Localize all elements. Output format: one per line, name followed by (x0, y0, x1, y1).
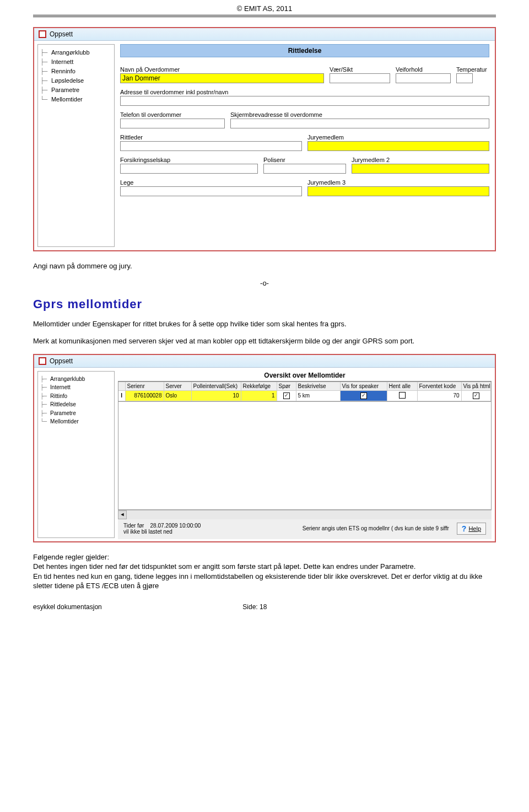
cell-rekke[interactable]: 1 (241, 390, 277, 401)
tree-item[interactable]: Mellomtider (40, 95, 112, 104)
help-button[interactable]: ? Help (457, 523, 486, 535)
checkbox-icon[interactable] (399, 392, 406, 399)
cell-vis-speaker[interactable] (340, 390, 387, 401)
status-tider-for-date: 28.07.2009 10:00:00 (150, 523, 201, 529)
input-jury1[interactable] (307, 141, 489, 151)
col-rekke[interactable]: Rekkefølge (241, 382, 277, 391)
input-lege[interactable] (120, 186, 302, 196)
label-temp: Temperatur (456, 66, 489, 73)
tree-item[interactable]: Internett (40, 383, 112, 392)
col-serienr[interactable]: Serienr (125, 382, 164, 391)
label-skjerm: Skjermbrevadresse til overdomme (230, 111, 489, 118)
input-temp[interactable] (456, 73, 473, 83)
cell-serienr[interactable]: 876100028 (125, 390, 164, 401)
input-jury2[interactable] (352, 164, 489, 174)
cell-spor[interactable] (277, 390, 296, 401)
input-adresse[interactable] (120, 96, 489, 106)
paragraph-2: Mellomtider under Egenskaper for rittet … (33, 319, 496, 329)
grid-data-row[interactable]: I 876100028 Oslo 10 1 5 km 70 (118, 390, 491, 401)
label-jury3: Jurymedlem 3 (307, 179, 489, 186)
label-vaer: Vær/Sikt (330, 66, 390, 73)
label-telefon: Telefon til overdommer (120, 111, 225, 118)
checkbox-icon[interactable] (283, 392, 290, 399)
status-bar: Tider før 28.07.2009 10:00:00 vil ikke b… (118, 519, 492, 539)
checkbox-icon[interactable] (360, 392, 367, 399)
settings-window-rittledelse: Oppsett Arrangørklubb Internett Renninfo… (33, 27, 496, 251)
cell-hent-alle[interactable] (387, 390, 417, 401)
tree-item[interactable]: Internett (40, 57, 112, 67)
help-label: Help (468, 525, 481, 532)
settings-tree[interactable]: Arrangørklubb Internett Renninfo Løpsled… (37, 44, 115, 247)
tree-item[interactable]: Løpsledelse (40, 76, 112, 85)
help-icon: ? (462, 524, 467, 533)
cell-server[interactable]: Oslo (164, 390, 191, 401)
cell-vis-html[interactable] (461, 390, 491, 401)
paragraph-1: Angi navn på dommere og jury. (33, 261, 496, 271)
label-rittleder: Rittleder (120, 134, 302, 141)
input-telefon[interactable] (120, 119, 225, 128)
scroll-left-arrow-icon[interactable]: ◄ (118, 510, 127, 519)
col-spor[interactable]: Spør (277, 382, 296, 391)
tree-item[interactable]: Parametre (40, 409, 112, 418)
cell-forventet-kode[interactable]: 70 (417, 390, 461, 401)
settings-tree[interactable]: Arrangørklubb Internett Rittinfo Rittled… (37, 371, 115, 538)
window-title: Oppsett (50, 357, 73, 365)
input-navn-overdommer[interactable] (120, 73, 324, 83)
tree-item[interactable]: Parametre (40, 85, 112, 95)
form-area: Rittledelse Navn på Overdommer Vær/Sikt … (115, 41, 495, 250)
app-icon (39, 30, 46, 38)
tree-item[interactable]: Rittledelse (40, 400, 112, 409)
tree-item[interactable]: Arrangørklubb (40, 48, 112, 57)
input-vaer[interactable] (330, 73, 390, 83)
tree-item[interactable]: Renninfo (40, 67, 112, 76)
grid-empty-area (118, 402, 492, 510)
paragraph-3: Merk at komunikasjonen med serveren skje… (33, 336, 496, 346)
window-title: Oppsett (50, 30, 73, 38)
cell-beskrivelse[interactable]: 5 km (296, 390, 340, 401)
checkbox-icon[interactable] (473, 392, 479, 399)
col-vis-html[interactable]: Vis på htmllister (461, 382, 491, 391)
label-navn-overdommer: Navn på Overdommer (120, 66, 324, 73)
row-marker: I (118, 390, 125, 401)
grid-title: Oversikt over Mellomtider (118, 370, 492, 381)
titlebar: Oppsett (34, 355, 495, 368)
horizontal-scrollbar[interactable]: ◄ (118, 510, 492, 519)
col-vis-speaker[interactable]: Vis for speaker (340, 382, 387, 391)
input-vei[interactable] (396, 73, 451, 83)
input-forsikring[interactable] (120, 164, 258, 174)
section-separator: -o- (33, 279, 496, 287)
heading-gprs-mellomtider: Gprs mellomtider (33, 297, 496, 311)
tree-item[interactable]: Arrangørklubb (40, 375, 112, 384)
label-adresse: Adresse til overdommer inkl postnr/navn (120, 89, 489, 95)
label-lege: Lege (120, 179, 302, 186)
settings-window-mellomtider: Oppsett Arrangørklubb Internett Rittinfo… (33, 354, 496, 542)
status-serienr-hint: Serienr angis uten ETS og modellnr ( dvs… (303, 525, 449, 531)
footer-left: esykkel dokumentasjon (33, 603, 102, 611)
label-vei: Veiforhold (396, 66, 451, 73)
label-polise: Polisenr (263, 157, 346, 163)
grid-header-row: Serienr Server Polleintervall(Sek) Rekke… (118, 382, 491, 391)
page-copyright: © EMIT AS, 2011 (33, 0, 496, 14)
section-title: Rittledelse (120, 44, 489, 57)
label-forsikring: Forsikringsselskap (120, 157, 258, 163)
input-jury3[interactable] (307, 186, 489, 196)
col-beskrivelse[interactable]: Beskrivelse (296, 382, 340, 391)
titlebar: Oppsett (34, 28, 495, 41)
cell-polle[interactable]: 10 (191, 390, 241, 401)
status-tider-for-label: Tider før (123, 523, 144, 529)
col-hent-alle[interactable]: Hent alle (387, 382, 417, 391)
status-line2: vil ikke bli lastet ned (123, 529, 172, 535)
input-polise[interactable] (263, 164, 346, 174)
mellomtider-grid[interactable]: Serienr Server Polleintervall(Sek) Rekke… (118, 381, 492, 402)
input-rittleder[interactable] (120, 141, 302, 151)
col-forventet-kode[interactable]: Forventet kode (417, 382, 461, 391)
tree-item[interactable]: Mellomtider (40, 417, 112, 426)
rules-paragraph: Følgende regler gjelder: Det hentes inge… (33, 552, 496, 591)
label-jury1: Juryemedlem (307, 134, 489, 141)
header-rule (33, 15, 496, 17)
col-server[interactable]: Server (164, 382, 191, 391)
col-polle[interactable]: Polleintervall(Sek) (191, 382, 241, 391)
footer-page-number: Side: 18 (242, 603, 267, 611)
tree-item[interactable]: Rittinfo (40, 392, 112, 401)
input-skjerm[interactable] (230, 119, 489, 128)
